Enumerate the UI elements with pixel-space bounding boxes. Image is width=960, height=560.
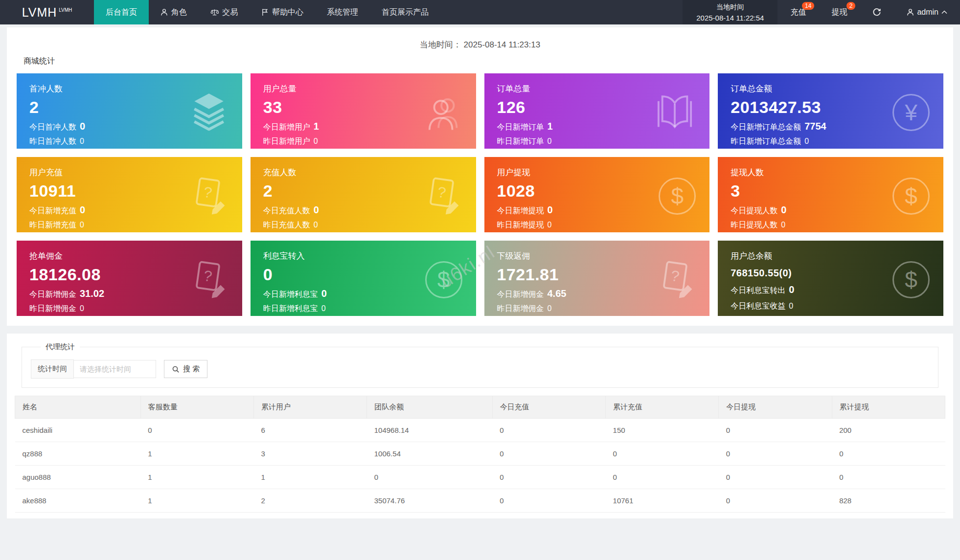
table-cell: 0 <box>719 419 832 442</box>
card-yesterday-label: 昨日新增订单 <box>497 136 544 147</box>
table-cell: ceshidaili <box>15 419 141 442</box>
card-title: 用户提现 <box>497 167 697 178</box>
card-yesterday-value: 0 <box>80 137 84 146</box>
table-cell: 0 <box>832 466 945 489</box>
withdraw-button[interactable]: 提现 2 <box>819 0 860 24</box>
table-cell: 1 <box>140 442 253 466</box>
card-today-value: 0 <box>789 284 794 295</box>
table-cell: 1 <box>140 489 253 513</box>
nav-item-home[interactable]: 后台首页 <box>94 0 149 24</box>
card-today-value: 4.65 <box>548 288 567 299</box>
search-button[interactable]: 搜 索 <box>164 360 207 378</box>
logo-sup: LVMH <box>59 7 72 13</box>
card-today-value: 0 <box>781 204 786 216</box>
card-yesterday-label: 昨日新增利息宝 <box>263 304 318 314</box>
card-today-value: 31.02 <box>80 288 104 299</box>
navbar-right: 当地时间 2025-08-14 11:22:54 充值 14 提现 2 admi… <box>683 0 960 24</box>
card-yesterday-value: 0 <box>80 221 84 229</box>
local-time-display: 当地时间 2025-08-14 11:22:54 <box>683 0 777 24</box>
table-cell: 104968.14 <box>367 419 492 442</box>
column-header-team-balance: 团队余额 <box>367 396 492 419</box>
nav-item-system[interactable]: 系统管理 <box>315 0 370 24</box>
recharge-badge: 14 <box>802 2 814 10</box>
table-cell: 1 <box>253 466 366 489</box>
stat-card-order-commission: 抢单佣金 18126.08 今日新增佣金31.02 昨日新增佣金0 ? <box>17 241 242 316</box>
user-icon <box>160 8 168 16</box>
table-cell: 0 <box>492 466 605 489</box>
search-button-label: 搜 索 <box>183 364 200 374</box>
top-navbar: LVMHLVMH 后台首页 角色 交易 帮助中心 系统管理 首页展示 <box>0 0 960 24</box>
withdraw-badge: 2 <box>846 2 856 10</box>
card-today-value: 0 <box>321 288 327 299</box>
logo[interactable]: LVMHLVMH <box>0 0 94 24</box>
card-today-label: 今日新增充值 <box>29 206 76 216</box>
card-yesterday-value: 0 <box>548 137 552 146</box>
search-icon <box>172 365 180 373</box>
stat-card-interest-transfer-in: 利息宝转入 0 今日新增利息宝0 昨日新增利息宝0 $ <box>251 241 476 316</box>
card-today-label: 今日充值人数 <box>263 206 310 216</box>
table-cell: 0 <box>832 442 945 466</box>
doc-edit-icon: ? <box>657 259 696 300</box>
card-today-label: 今日利息宝转出 <box>731 286 785 296</box>
table-header-row: 姓名 客服数量 累计用户 团队余额 今日充值 累计充值 今日提现 累计提现 <box>15 396 945 419</box>
card-yesterday-value: 0 <box>314 221 318 229</box>
column-header-today-recharge: 今日充值 <box>492 396 605 419</box>
doc-edit-icon: ? <box>189 259 229 300</box>
svg-text:?: ? <box>436 183 447 201</box>
table-cell: 0 <box>606 466 719 489</box>
nav-item-trade[interactable]: 交易 <box>199 0 250 24</box>
stat-card-total-orders: 订单总量 126 今日新增订单1 昨日新增订单0 <box>484 73 710 149</box>
card-today-label: 今日新增订单 <box>497 122 544 133</box>
svg-text:?: ? <box>203 267 213 285</box>
table-cell: 35074.76 <box>367 489 492 513</box>
nav-item-help-center[interactable]: 帮助中心 <box>250 0 315 24</box>
local-time-line: 当地时间： 2025-08-14 11:23:13 <box>17 34 943 54</box>
table-cell: 0 <box>492 489 605 513</box>
flag-icon <box>261 8 269 16</box>
stat-card-withdraw-count: 提现人数 3 今日提现人数0 昨日提现人数0 $ <box>718 157 943 232</box>
card-today-label: 今日首冲人数 <box>29 122 76 133</box>
card-today-value: 1 <box>548 121 553 132</box>
dollar-circle-icon: $ <box>659 178 696 215</box>
table-cell: 0 <box>140 419 253 442</box>
table-cell: 0 <box>492 419 605 442</box>
table-cell: 150 <box>606 419 719 442</box>
clock-label: 当地时间： <box>420 40 461 49</box>
card-yesterday-value: 0 <box>314 137 318 146</box>
refresh-button[interactable] <box>860 0 894 24</box>
card-today-label: 今日新增利息宝 <box>263 290 318 300</box>
table-row: ceshidaili 0 6 104968.14 0 150 0 200 <box>15 419 945 442</box>
card-yesterday-value: 0 <box>548 221 552 229</box>
local-time-value: 2025-08-14 11:22:54 <box>696 14 764 22</box>
section-title-mall-stats: 商城统计 <box>17 54 943 67</box>
card-today-label: 今日新增佣金 <box>29 290 76 300</box>
stats-time-label: 统计时间 <box>31 359 74 379</box>
users-icon <box>424 92 462 133</box>
card-today-value: 0 <box>80 204 85 216</box>
stats-time-input[interactable] <box>74 360 156 378</box>
scales-icon <box>210 8 219 16</box>
card-title: 订单总金额 <box>731 83 931 94</box>
nav-item-home-products[interactable]: 首页展示产品 <box>370 0 440 24</box>
dollar-circle-icon: $ <box>892 261 930 298</box>
nav-item-roles[interactable]: 角色 <box>149 0 199 24</box>
card-yesterday-value: 0 <box>804 137 809 146</box>
column-header-service-count: 客服数量 <box>140 396 253 419</box>
column-header-total-recharge: 累计充值 <box>606 396 719 419</box>
card-yesterday-value: 0 <box>548 304 552 313</box>
user-menu[interactable]: admin <box>894 0 960 24</box>
recharge-button[interactable]: 充值 14 <box>777 0 819 24</box>
dollar-circle-icon: $ <box>892 178 930 215</box>
card-today-value: 0 <box>314 204 319 216</box>
column-header-name: 姓名 <box>15 396 141 419</box>
stat-card-first-recharge-count: 首冲人数 2 今日首冲人数0 昨日首冲人数0 <box>17 73 242 149</box>
card-today-value: 1 <box>314 121 319 132</box>
card-yesterday-label: 昨日首冲人数 <box>29 136 76 147</box>
table-cell: 10761 <box>606 489 719 513</box>
agent-stats-title: 代理统计 <box>41 342 80 352</box>
table-cell: 1006.54 <box>367 442 492 466</box>
card-yesterday-label: 昨日新增订单总金额 <box>731 136 801 147</box>
table-row: aguo888 1 1 0 0 0 0 0 <box>15 466 945 489</box>
agent-stats-fieldset: 代理统计 统计时间 搜 索 <box>22 342 938 388</box>
table-cell: 828 <box>832 489 945 513</box>
